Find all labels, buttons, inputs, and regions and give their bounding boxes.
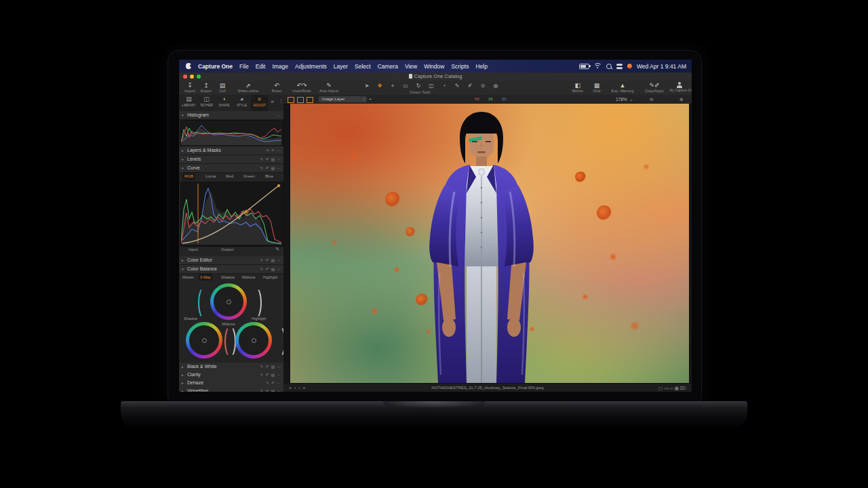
menu-item-camera[interactable]: Camera [378, 63, 398, 70]
panel-header-layers-masks[interactable]: ▸ Layers & Masks ✎ ↶ ⋯ [179, 146, 283, 155]
panel-tool-icons[interactable]: ✎ ↶ ▤ ⋯ [260, 363, 282, 371]
cursor-tool-pan[interactable]: ✥ [375, 83, 384, 89]
shadow-lightness-slider[interactable] [179, 325, 187, 358]
reset-button[interactable]: ↶ Reset [267, 82, 286, 94]
panel-header-color-editor[interactable]: ▸ Color Editor ✎ ↶ ▤ ⋯ [179, 256, 283, 265]
sidebar-more-icon[interactable]: ⋮ [279, 98, 283, 104]
viewer-action-icons[interactable]: ▢◃▹▹▦⌦ [658, 384, 688, 392]
menu-item-file[interactable]: File [239, 63, 249, 70]
curve-point-picker-icon[interactable]: ✎ [275, 247, 279, 252]
tab-adjust[interactable]: ≡ ADJUST [251, 95, 268, 111]
photo-canvas[interactable] [290, 104, 689, 383]
panel-tool-icons[interactable]: ✎ ↶ ▤ ⋯ [260, 164, 282, 172]
panel-header-histogram[interactable]: ▾ Histogram ⋯ [179, 111, 283, 120]
curve-tab-green[interactable]: Green [241, 173, 257, 180]
curve-tab-blue[interactable]: Blue [263, 173, 275, 180]
curve-tab-rgb[interactable]: RGB [182, 173, 195, 180]
tab-library[interactable]: ▤ LIBRARY [180, 95, 197, 111]
curve-tab-luma[interactable]: Luma [203, 173, 218, 180]
style-icon: ◕ [233, 95, 250, 104]
battery-icon[interactable] [579, 64, 589, 69]
menu-item-layer[interactable]: Layer [334, 63, 348, 70]
panel-tool-icons[interactable]: ✎ ↶ ▤ ⋯ [260, 256, 282, 264]
exposure-warning-button[interactable]: ▲ Exp. Warning [606, 82, 639, 94]
zoom-in-icon[interactable]: ⊕ [679, 95, 684, 104]
zoom-level[interactable]: 178% [616, 95, 627, 104]
panel-tool-icons[interactable]: ✎ ↶ ⋯ [266, 146, 281, 155]
panel-header-vignetting[interactable]: ▸ Vignetting ✎ ↶ ▤ ⋯ [179, 387, 283, 392]
cb-tab-master[interactable]: Master [181, 274, 195, 281]
panel-tool-icons[interactable]: ✎ ↶ ▤ ⋯ [260, 371, 282, 379]
menu-item-view[interactable]: View [405, 63, 417, 70]
panel-tool-icons[interactable]: ✎ ↶ ▤ ⋯ [260, 265, 282, 273]
cb-tab-midtone[interactable]: Midtone [241, 274, 257, 281]
menu-item-adjustments[interactable]: Adjustments [295, 63, 327, 70]
export-button[interactable]: ↥ Export [198, 82, 214, 94]
cursor-tool-loupe[interactable]: ⌖ [388, 83, 397, 89]
spotlight-search-icon[interactable] [606, 64, 612, 69]
add-layer-button[interactable]: + [369, 95, 372, 104]
cursor-tool-draw-mask[interactable]: ✎ [452, 83, 462, 89]
cursor-tool-rotate[interactable]: ↻ [414, 83, 423, 89]
menu-item-edit[interactable]: Edit [256, 63, 266, 70]
cb-tab-shadow[interactable]: Shadow [220, 274, 236, 281]
menu-item-window[interactable]: Window [424, 63, 444, 70]
layer-selector[interactable]: Image Layer ↕ [319, 96, 367, 102]
zoom-out-icon[interactable]: ⊖ [650, 95, 654, 104]
cursor-tool-keystone[interactable]: ◫ [427, 83, 436, 89]
tab-style[interactable]: ◕ STYLE [233, 95, 250, 111]
menu-item-help[interactable]: Help [475, 63, 487, 70]
my-capture-one-button[interactable]: My Capture One [669, 82, 690, 93]
menu-clock[interactable]: Wed Apr 1 9:41 AM [637, 63, 686, 70]
auto-adjust-button[interactable]: ✎ Auto Adjust [316, 82, 342, 94]
panel-header-curve[interactable]: ▾ Curve ✎ ↶ ▤ ⋯ [179, 164, 283, 173]
cursor-tool-spot[interactable]: ◔ [439, 83, 449, 89]
midtone-saturation-slider[interactable] [250, 287, 262, 319]
cursor-tool-crop[interactable]: ▭ [401, 83, 410, 89]
tab-shape[interactable]: ◖ SHAPE [216, 95, 233, 111]
cursor-tool-pointer[interactable]: ➤ [362, 83, 372, 89]
highlight-lightness-slider[interactable] [224, 325, 237, 358]
menu-item-image[interactable]: Image [272, 63, 288, 70]
import-button[interactable]: ↧ Import [182, 82, 198, 94]
cursor-tool-annotate[interactable]: ◍ [491, 83, 500, 89]
panel-tool-icons[interactable]: ✎ ↶ ▤ ⋯ [260, 155, 282, 163]
apple-menu-icon[interactable] [186, 63, 191, 69]
multi-view-icon[interactable] [288, 97, 294, 103]
before-toggle-button[interactable]: ◧ Before [568, 82, 587, 94]
proof-view-icon[interactable] [307, 97, 313, 103]
undo-redo-button[interactable]: ↶↷ Undo/Redo [289, 82, 315, 94]
grid-toggle-button[interactable]: ▦ Grid [589, 82, 605, 94]
menu-item-scripts[interactable]: Scripts [451, 63, 469, 70]
midtone-lightness-slider[interactable] [198, 287, 210, 319]
panel-tool-icons[interactable]: ✎ ↶ ⋯ [266, 379, 281, 387]
menu-bar: Capture One File Edit Image Adjustments … [179, 60, 692, 73]
panel-header-levels[interactable]: ▸ Levels ✎ ↶ ▤ ⋯ [179, 155, 283, 164]
wifi-icon[interactable] [594, 63, 601, 69]
highlight-wheel-cursor[interactable] [252, 338, 256, 343]
shadow-wheel-cursor[interactable] [202, 338, 207, 343]
cb-tab-highlight[interactable]: Highlight [262, 274, 279, 281]
cursor-tool-pick-color[interactable]: ⊙ [478, 83, 488, 89]
zoom-dropdown-icon[interactable]: ⌄ [629, 95, 633, 104]
panel-tool-icons[interactable]: ✎ ↶ ▤ ⋯ [260, 387, 282, 392]
tab-tether[interactable]: ◫ TETHER [198, 95, 215, 111]
cb-tab-3way[interactable]: 3-Way [199, 274, 212, 281]
menu-app-name[interactable]: Capture One [198, 63, 233, 70]
cursor-tool-erase-mask[interactable]: ✐ [465, 83, 475, 89]
rgb-readout-blue: 21 [502, 95, 507, 104]
menu-item-select[interactable]: Select [355, 63, 371, 70]
curve-graph[interactable] [180, 182, 283, 247]
midtone-wheel-cursor[interactable] [226, 300, 231, 304]
panel-header-color-balance[interactable]: ▾ Color Balance ✎ ↶ ▤ ⋯ [179, 265, 283, 274]
panel-more-icon[interactable]: ⋯ [277, 111, 282, 119]
highlight-saturation-slider[interactable] [273, 325, 284, 358]
sidebar-expand-icon[interactable]: » [271, 98, 274, 105]
curve-tab-red[interactable]: Red [224, 173, 235, 180]
capture-one-menu-extra-icon[interactable] [627, 64, 632, 68]
cull-button[interactable]: ▤ Cull [214, 82, 231, 94]
control-center-icon[interactable] [616, 64, 623, 66]
share-online-button[interactable]: ⇗ Share online [233, 82, 263, 94]
single-view-icon[interactable] [297, 97, 304, 103]
copy-apply-button[interactable]: ✎✐ Copy/Apply [640, 82, 669, 94]
